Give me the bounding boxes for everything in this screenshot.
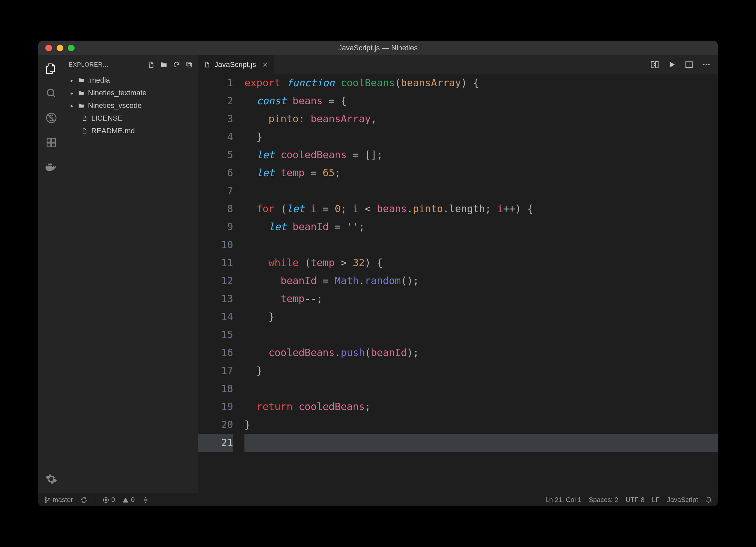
new-file-icon[interactable]: [147, 60, 156, 69]
extensions-icon[interactable]: [44, 135, 59, 150]
folder-icon: [77, 77, 85, 84]
status-bar: master 0 0 Ln 21, Col 1 Spaces: 2 UTF-8 …: [38, 493, 718, 506]
explorer-icon[interactable]: [44, 61, 59, 76]
cursor-position[interactable]: Ln 21, Col 1: [546, 496, 581, 504]
line-number: 16: [198, 344, 233, 362]
svg-point-24: [703, 64, 704, 65]
docker-icon[interactable]: [44, 160, 59, 175]
encoding-status[interactable]: UTF-8: [626, 496, 645, 504]
code-line[interactable]: }: [244, 128, 718, 146]
folder-icon: [77, 102, 85, 109]
notifications-bell-icon[interactable]: [705, 497, 712, 503]
svg-point-26: [708, 64, 709, 65]
line-number: 13: [198, 290, 233, 308]
tab-bar: JavaScript.js: [198, 55, 718, 74]
code-line[interactable]: [244, 326, 718, 344]
git-branch-status[interactable]: master: [44, 496, 73, 504]
chevron-right-icon: ▸: [71, 103, 77, 109]
sync-icon[interactable]: [80, 496, 88, 504]
more-actions-icon[interactable]: [702, 60, 711, 69]
line-number: 14: [198, 308, 233, 326]
svg-rect-12: [50, 164, 52, 165]
tree-item-label: README.md: [91, 127, 135, 135]
code-content[interactable]: export function coolBeans(beansArray) { …: [244, 74, 718, 493]
code-line[interactable]: }: [244, 416, 718, 434]
collapse-all-icon[interactable]: [185, 60, 194, 69]
tree-folder[interactable]: ▸.media: [67, 74, 198, 87]
code-line[interactable]: let temp = 65;: [244, 164, 718, 182]
code-line[interactable]: }: [244, 362, 718, 380]
code-line[interactable]: beanId = Math.random();: [244, 272, 718, 290]
code-line[interactable]: [244, 434, 718, 452]
warnings-status[interactable]: 0: [122, 496, 135, 504]
run-icon[interactable]: [668, 61, 676, 69]
code-line[interactable]: [244, 380, 718, 398]
file-icon: [81, 128, 89, 134]
line-number: 19: [198, 398, 233, 416]
tree-file[interactable]: LICENSE: [67, 112, 198, 125]
tree-item-label: .media: [88, 76, 110, 85]
svg-point-27: [45, 497, 46, 499]
refresh-icon[interactable]: [172, 60, 181, 69]
code-line[interactable]: [244, 236, 718, 254]
line-number: 18: [198, 380, 233, 398]
tree-item-label: LICENSE: [91, 114, 123, 123]
svg-point-28: [45, 501, 46, 502]
line-number: 20: [198, 416, 233, 434]
file-icon: [204, 61, 210, 68]
settings-gear-icon[interactable]: [44, 472, 59, 486]
svg-rect-15: [187, 62, 190, 66]
code-line[interactable]: export function coolBeans(beansArray) {: [244, 74, 718, 92]
eol-status[interactable]: LF: [652, 496, 659, 504]
debug-disabled-icon[interactable]: [44, 111, 59, 125]
code-line[interactable]: for (let i = 0; i < beans.pinto.length; …: [244, 200, 718, 218]
new-folder-icon[interactable]: [159, 60, 169, 69]
close-tab-icon[interactable]: [262, 62, 268, 68]
search-icon[interactable]: [44, 86, 59, 101]
tree-file[interactable]: README.md: [67, 125, 198, 137]
line-number: 21: [198, 434, 233, 452]
indentation-status[interactable]: Spaces: 2: [589, 496, 618, 504]
tree-folder[interactable]: ▸Nineties_vscode: [67, 99, 198, 112]
line-number: 8: [198, 200, 233, 218]
code-editor[interactable]: 123456789101112131415161718192021 export…: [198, 74, 718, 493]
language-mode[interactable]: JavaScript: [667, 496, 698, 504]
code-line[interactable]: while (temp > 32) {: [244, 254, 718, 272]
code-line[interactable]: temp--;: [244, 290, 718, 308]
line-number: 6: [198, 164, 233, 182]
line-gutter: 123456789101112131415161718192021: [198, 74, 244, 493]
code-line[interactable]: cooledBeans.push(beanId);: [244, 344, 718, 362]
code-line[interactable]: const beans = {: [244, 92, 718, 110]
svg-point-25: [706, 64, 707, 65]
svg-point-29: [48, 498, 50, 499]
split-editor-icon[interactable]: [685, 60, 693, 69]
live-share-icon[interactable]: [142, 496, 149, 504]
svg-point-0: [47, 89, 54, 96]
line-number: 12: [198, 272, 233, 290]
svg-rect-5: [47, 143, 51, 147]
svg-rect-10: [50, 166, 52, 167]
code-line[interactable]: }: [244, 308, 718, 326]
tab-label: JavaScript.js: [214, 60, 256, 69]
tree-folder[interactable]: ▸Nineties_textmate: [67, 87, 198, 99]
svg-point-33: [145, 499, 147, 501]
titlebar: JavaScript.js — Nineties: [38, 41, 718, 55]
svg-marker-21: [670, 62, 675, 67]
error-count: 0: [111, 496, 115, 504]
code-line[interactable]: [244, 182, 718, 200]
code-line[interactable]: pinto: beansArray,: [244, 110, 718, 128]
line-number: 17: [198, 362, 233, 380]
code-line[interactable]: return cooledBeans;: [244, 398, 718, 416]
svg-rect-4: [47, 138, 51, 142]
editor-tab[interactable]: JavaScript.js: [198, 55, 274, 74]
svg-rect-7: [52, 138, 55, 142]
explorer-sidebar: EXPLORER… ▸.media ▸Nineties_textmate ▸Ni…: [65, 55, 198, 493]
line-number: 4: [198, 128, 233, 146]
compare-changes-icon[interactable]: [650, 60, 659, 69]
errors-status[interactable]: 0: [103, 496, 115, 504]
code-line[interactable]: let beanId = '';: [244, 218, 718, 236]
line-number: 10: [198, 236, 233, 254]
code-line[interactable]: let cooledBeans = [];: [244, 146, 718, 164]
svg-rect-11: [48, 164, 50, 165]
line-number: 5: [198, 146, 233, 164]
